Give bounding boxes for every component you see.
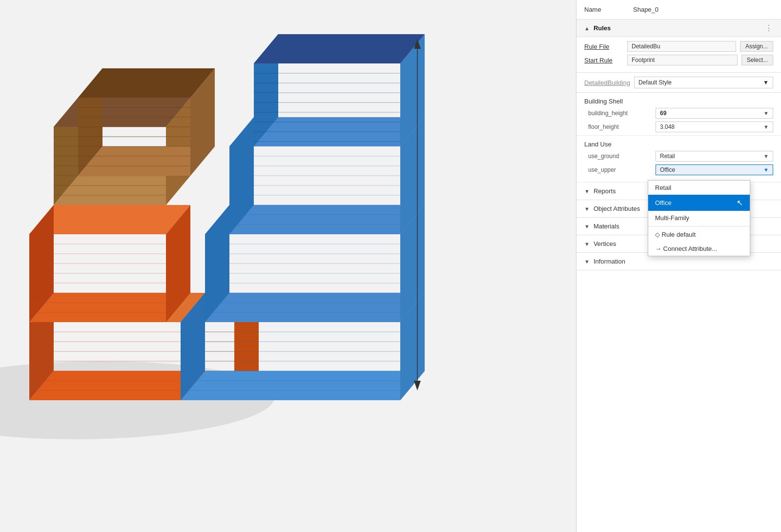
start-rule-value: Footprint <box>627 55 738 65</box>
dropdown-item-retail-label: Retail <box>655 184 671 191</box>
dropdown-divider <box>648 226 750 226</box>
use-upper-caret: ▼ <box>763 167 769 173</box>
information-title: Information <box>594 258 625 265</box>
building-height-dropdown[interactable]: 69 ▼ <box>656 108 773 119</box>
dropdown-item-connect-attr[interactable]: → Connect Attribute... <box>648 242 750 256</box>
rule-file-label[interactable]: Rule File <box>584 43 623 50</box>
use-ground-label: use_ground <box>588 153 652 160</box>
vertices-title: Vertices <box>594 240 616 247</box>
object-attributes-arrow: ▼ <box>584 206 590 212</box>
floor-height-row: floor_height 3.048 ▼ <box>584 122 773 132</box>
materials-title: Materials <box>594 223 619 230</box>
name-label: Name <box>584 6 623 13</box>
dropdown-item-office[interactable]: Office ↖ <box>648 195 750 211</box>
rules-dots[interactable]: ⋮ <box>765 23 773 33</box>
rule-file-value: DetailedBu <box>627 41 736 52</box>
materials-arrow: ▼ <box>584 224 590 229</box>
dropdown-item-multifamily[interactable]: Multi-Family <box>648 211 750 225</box>
style-label[interactable]: DetailedBuilding <box>584 79 630 86</box>
svg-marker-60 <box>205 293 425 322</box>
building-shell-section: Building Shell building_height 69 ▼ floo… <box>576 93 781 136</box>
use-ground-caret: ▼ <box>763 153 769 159</box>
rules-content: Rule File DetailedBu Assign... Start Rul… <box>576 37 781 73</box>
dropdown-item-retail[interactable]: Retail <box>648 181 750 195</box>
rule-file-row: Rule File DetailedBu Assign... <box>584 41 773 52</box>
dropdown-item-office-label: Office <box>655 199 672 206</box>
building-height-value: 69 <box>660 110 666 117</box>
use-upper-dropdown-menu: Retail Office ↖ Multi-Family ◇ Rule defa… <box>648 180 750 256</box>
use-upper-label: use_upper <box>588 166 652 173</box>
object-attributes-title: Object Attributes <box>594 205 640 212</box>
name-value: Shape_0 <box>633 6 658 13</box>
building-height-label: building_height <box>588 110 652 117</box>
floor-height-dropdown[interactable]: 3.048 ▼ <box>656 122 773 132</box>
style-caret: ▼ <box>763 79 769 86</box>
properties-panel: Name Shape_0 ▲ Rules ⋮ Rule File Detaile… <box>576 0 781 532</box>
start-rule-row: Start Rule Footprint Select... <box>584 55 773 65</box>
svg-marker-72 <box>229 205 425 234</box>
3d-viewport[interactable] <box>0 0 576 532</box>
style-select[interactable]: Default Style ▼ <box>634 77 773 88</box>
use-upper-dropdown[interactable]: Office ▼ <box>656 164 773 175</box>
assign-button[interactable]: Assign... <box>740 41 773 52</box>
building-height-caret: ▼ <box>763 110 769 116</box>
floor-height-caret: ▼ <box>763 124 769 130</box>
reports-title: Reports <box>594 187 616 195</box>
dropdown-item-multifamily-label: Multi-Family <box>655 214 689 222</box>
style-row: DetailedBuilding Default Style ▼ <box>576 73 781 93</box>
floor-height-value: 3.048 <box>660 123 675 130</box>
select-button[interactable]: Select... <box>741 55 773 65</box>
svg-marker-49 <box>181 371 425 400</box>
use-ground-row: use_ground Retail ▼ <box>584 151 773 162</box>
land-use-section: Land Use use_ground Retail ▼ use_upper O… <box>576 136 781 183</box>
use-ground-value: Retail <box>660 153 675 160</box>
reports-arrow: ▼ <box>584 188 590 194</box>
dropdown-item-connect-attr-label: → Connect Attribute... <box>655 245 717 252</box>
building-height-row: building_height 69 ▼ <box>584 108 773 119</box>
start-rule-label[interactable]: Start Rule <box>584 57 623 64</box>
rules-section-header[interactable]: ▲ Rules ⋮ <box>576 20 781 37</box>
vertices-arrow: ▼ <box>584 241 590 247</box>
use-ground-dropdown[interactable]: Retail ▼ <box>656 151 773 162</box>
use-upper-row: use_upper Office ▼ Retail Office ↖ Multi… <box>584 164 773 175</box>
svg-rect-0 <box>0 0 576 532</box>
svg-marker-88 <box>254 34 425 63</box>
cursor-icon: ↖ <box>737 198 743 207</box>
floor-height-label: floor_height <box>588 123 652 130</box>
style-value: Default Style <box>638 79 672 86</box>
information-arrow: ▼ <box>584 259 590 265</box>
name-row: Name Shape_0 <box>576 0 781 20</box>
building-shell-title: Building Shell <box>584 96 773 108</box>
land-use-title: Land Use <box>584 139 773 151</box>
dropdown-item-rule-default[interactable]: ◇ Rule default <box>648 227 750 242</box>
use-upper-value: Office <box>660 166 675 173</box>
rules-title: Rules <box>594 24 611 32</box>
dropdown-item-rule-default-label: ◇ Rule default <box>655 231 696 238</box>
rules-arrow: ▲ <box>584 25 590 31</box>
